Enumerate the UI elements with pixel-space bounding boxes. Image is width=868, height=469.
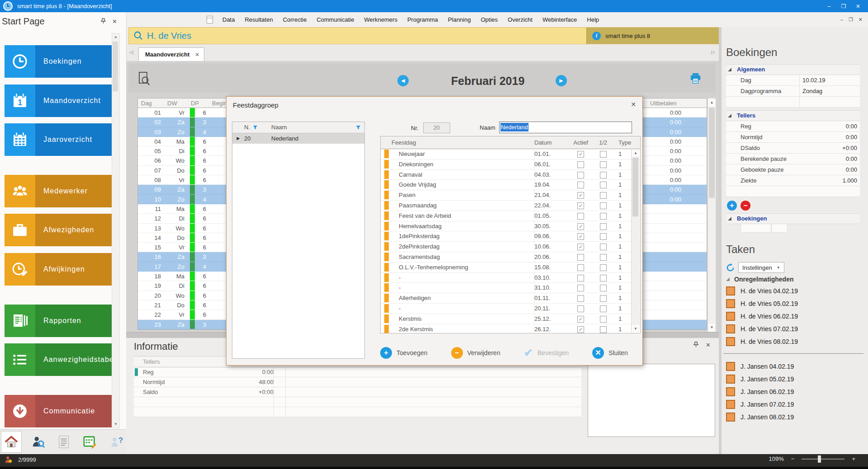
task-item[interactable]: H. de Vries 06.02.19 xyxy=(726,312,798,321)
menu-resultaten[interactable]: Resultaten xyxy=(240,12,278,27)
menu-correctie[interactable]: Correctie xyxy=(278,12,312,27)
holiday-row[interactable]: 2dePinksterdag 10.06. 1 xyxy=(381,242,640,252)
task-item[interactable]: J. Jansen 06.02.19 xyxy=(726,387,794,396)
tab-scroll-left-icon[interactable]: ◁ xyxy=(129,49,133,55)
half-checkbox[interactable] xyxy=(600,295,607,302)
menu-opties[interactable]: Opties xyxy=(476,12,503,27)
sidebar-item-maandoverzicht[interactable]: 1 Maandoverzicht xyxy=(5,84,112,117)
actief-checkbox[interactable] xyxy=(577,305,584,312)
maximize-icon[interactable]: ❐ xyxy=(837,2,850,11)
section-algemeen[interactable]: Algemeen xyxy=(726,64,860,75)
actief-checkbox[interactable] xyxy=(577,182,584,188)
half-checkbox[interactable] xyxy=(600,285,607,291)
actief-checkbox[interactable] xyxy=(577,285,584,291)
half-checkbox[interactable] xyxy=(600,244,607,250)
holiday-row[interactable]: Carnaval 04.03. 1 xyxy=(381,170,640,180)
half-checkbox[interactable] xyxy=(600,275,607,281)
holiday-row[interactable]: Nieuwjaar 01.01. 1 xyxy=(381,149,640,159)
teller-property-row[interactable]: DSaldo +0:00 xyxy=(726,143,860,154)
zoom-out-icon[interactable]: − xyxy=(791,455,795,462)
mdi-restore-icon[interactable]: ❐ xyxy=(849,17,853,23)
refresh-icon[interactable] xyxy=(726,263,735,272)
half-checkbox[interactable] xyxy=(600,264,607,271)
task-item[interactable]: J. Jansen 08.02.19 xyxy=(726,413,794,422)
holiday-row[interactable]: Pasen 21.04. 1 xyxy=(381,190,640,201)
holiday-row[interactable]: - 20.11. 1 xyxy=(381,304,640,314)
informatie-close-icon[interactable]: ✕ xyxy=(706,342,711,348)
actief-checkbox[interactable] xyxy=(577,223,584,230)
scroll-down-icon[interactable]: ▼ xyxy=(708,324,716,332)
col-feestdag[interactable]: Feestdag xyxy=(381,136,534,149)
task-item[interactable]: H. de Vries 05.02.19 xyxy=(726,299,798,308)
section-boekingen[interactable]: Boekingen xyxy=(726,213,860,224)
task-item[interactable]: H. de Vries 04.02.19 xyxy=(726,286,798,295)
holiday-row[interactable]: Sacramentsdag 20.06. 1 xyxy=(381,252,640,263)
scrollbar-thumb[interactable] xyxy=(709,108,715,198)
half-checkbox[interactable] xyxy=(600,305,607,312)
verwijderen-button[interactable]: − Verwijderen xyxy=(451,347,500,359)
actief-checkbox[interactable] xyxy=(577,151,584,158)
actief-checkbox[interactable] xyxy=(577,233,584,240)
col-datum[interactable]: Datum xyxy=(534,136,568,149)
mdi-document-icon[interactable] xyxy=(207,16,213,23)
teller-property-row[interactable]: Reg 0:00 xyxy=(726,121,860,132)
remove-booking-icon[interactable]: − xyxy=(741,201,750,211)
tab-maandoverzicht[interactable]: Maandoverzicht ✕ xyxy=(138,47,204,61)
task-item[interactable]: J. Jansen 07.02.19 xyxy=(726,400,794,409)
holiday-row[interactable]: Hemelvaartsdag 30.05. 1 xyxy=(381,221,640,232)
teller-property-row[interactable]: Normtijd 0:00 xyxy=(726,132,860,143)
holiday-row[interactable]: O.L.V.-Tenhemelopneming 15.08. 1 xyxy=(381,263,640,273)
menu-programma[interactable]: Programma xyxy=(402,12,443,27)
task-item[interactable]: J. Jansen 05.02.19 xyxy=(726,375,794,384)
sidebar-item-afwezigheden[interactable]: Afwezigheden xyxy=(5,214,112,246)
zoom-slider[interactable] xyxy=(802,459,844,460)
half-checkbox[interactable] xyxy=(600,161,607,168)
holiday-row[interactable]: Goede Vrijdag 19.04. 1 xyxy=(381,180,640,190)
holiday-row[interactable]: 2de Kerstmis 26.12. 1 xyxy=(381,324,640,333)
sluiten-button[interactable]: ✕ Sluiten xyxy=(592,347,628,359)
holiday-row[interactable]: Allerheiligen 01.11. 1 xyxy=(381,293,640,304)
col-half[interactable]: 1/2 xyxy=(593,136,613,149)
section-onregelmatigheden[interactable]: Onregelmatigheden xyxy=(726,276,793,283)
half-checkbox[interactable] xyxy=(600,223,607,230)
scroll-up-icon[interactable]: ▲ xyxy=(708,98,716,107)
actief-checkbox[interactable] xyxy=(577,161,584,168)
menu-data[interactable]: Data xyxy=(217,12,240,27)
half-checkbox[interactable] xyxy=(600,192,607,199)
col-dw[interactable]: DW xyxy=(164,98,188,108)
actief-checkbox[interactable] xyxy=(577,264,584,271)
property-row[interactable]: Dagprogramma Zondag xyxy=(726,86,860,97)
month-table-scrollbar[interactable]: ▲ ▼ xyxy=(708,98,716,332)
previous-month-icon[interactable]: ◀ xyxy=(397,75,409,86)
holiday-row[interactable]: Feest van de Arbeid 01.05. 1 xyxy=(381,211,640,221)
actief-checkbox[interactable] xyxy=(577,295,584,302)
tab-close-icon[interactable]: ✕ xyxy=(195,52,199,58)
add-booking-icon[interactable]: + xyxy=(727,201,737,211)
section-tellers[interactable]: Tellers xyxy=(726,110,860,121)
actief-checkbox[interactable] xyxy=(577,326,584,333)
sidebar-item-rapporten[interactable]: Rapporten xyxy=(5,305,112,337)
sidebar-item-afwijkingen[interactable]: Afwijkingen xyxy=(5,253,112,286)
holiday-table-scrollbar[interactable]: ▲ ▼ xyxy=(631,149,640,333)
sidebar-scrollbar[interactable]: ▲ ▼ xyxy=(112,33,120,428)
menu-communicatie[interactable]: Communicatie xyxy=(311,12,359,27)
teller-row[interactable]: Saldo +0:00 xyxy=(134,387,581,397)
collapse-icon[interactable] xyxy=(726,277,730,281)
filter-icon[interactable] xyxy=(356,125,361,130)
scroll-up-icon[interactable]: ▲ xyxy=(112,33,119,41)
sidebar-item-boekingen[interactable]: Boekingen xyxy=(5,45,112,78)
mdi-close-icon[interactable]: ✕ xyxy=(859,17,863,23)
filter-icon[interactable] xyxy=(253,125,258,130)
actief-checkbox[interactable] xyxy=(577,192,584,199)
task-item[interactable]: H. de Vries 08.02.19 xyxy=(726,337,798,346)
menu-webinterface[interactable]: Webinterface xyxy=(538,12,582,27)
half-checkbox[interactable] xyxy=(600,254,607,261)
holiday-row[interactable]: Driekoningen 06.01. 1 xyxy=(381,159,640,170)
document-list-icon[interactable] xyxy=(54,431,74,452)
sidebar-item-jaaroverzicht[interactable]: Jaaroverzicht xyxy=(5,123,112,156)
half-checkbox[interactable] xyxy=(600,316,607,323)
col-dag[interactable]: Dag xyxy=(138,98,164,108)
close-icon[interactable]: ✕ xyxy=(852,2,864,11)
print-preview-icon[interactable] xyxy=(138,71,150,86)
col-type[interactable]: Type xyxy=(613,136,640,149)
